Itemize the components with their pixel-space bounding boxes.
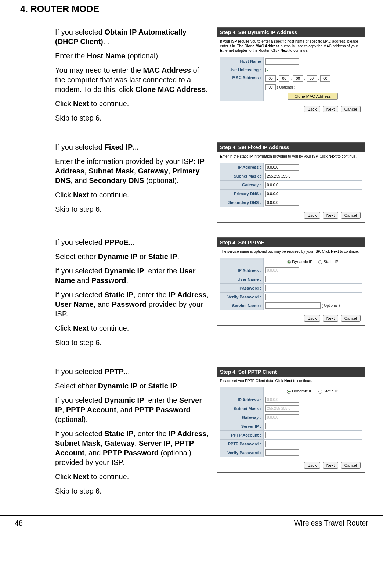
next-button[interactable]: Next <box>323 212 339 219</box>
verify-password-input[interactable] <box>265 294 299 300</box>
row-ip-label: IP Address : <box>220 395 264 404</box>
page-footer: 48 Wireless Travel Router <box>15 519 368 527</box>
t: Clone MAC Address <box>136 85 206 93</box>
mac-oct-2[interactable] <box>279 75 289 82</box>
next-button[interactable]: Next <box>323 462 339 469</box>
use-unicast-checkbox[interactable] <box>265 68 270 72</box>
dhcp-text: If you selected Obtain IP Automatically … <box>55 27 209 128</box>
pptp-account-input[interactable] <box>265 432 299 438</box>
row-pass-label: Password : <box>220 284 264 293</box>
gw-input[interactable] <box>265 414 299 420</box>
pptp-text: If you selected PPTP... Select either Dy… <box>55 367 209 501</box>
t: Click <box>55 100 73 108</box>
section-fixed-ip: If you selected Fixed IP... Enter the in… <box>55 142 368 223</box>
next-button[interactable]: Next <box>323 106 339 112</box>
cancel-button[interactable]: Cancel <box>341 106 361 112</box>
password-input[interactable] <box>265 285 299 291</box>
t: Next <box>73 100 89 108</box>
next-button[interactable]: Next <box>323 315 339 322</box>
radio-dynamic-ip[interactable]: Dynamic IP <box>287 259 312 264</box>
row-mask-label: Subnet Mask : <box>220 172 264 180</box>
svc-optional-label: ( Optional ) <box>322 304 340 308</box>
back-button[interactable]: Back <box>304 212 320 219</box>
page-heading: 4. ROUTER MODE <box>20 4 368 14</box>
mac-oct-5[interactable] <box>320 75 330 82</box>
sdns-input[interactable] <box>265 200 299 206</box>
cancel-button[interactable]: Cancel <box>341 315 361 322</box>
t: to continue. <box>89 100 129 108</box>
t: Enter the <box>55 52 87 60</box>
dhcp-panel-title: Step 4. Set Dynamic IP Address <box>217 28 365 37</box>
mask-input[interactable] <box>265 173 299 179</box>
mac-optional-label: ( Optional ) <box>277 85 295 89</box>
dhcp-panel: Step 4. Set Dynamic IP Address If your I… <box>217 27 365 116</box>
pptp-panel-title: Step 4. Set PPTP Client <box>217 367 365 377</box>
t: Skip to step 6. <box>55 113 209 123</box>
fixed-panel-instr: Enter in the static IP information provi… <box>217 152 365 161</box>
pptp-panel: Step 4. Set PPTP Client Please set you P… <box>217 367 365 473</box>
pppoe-panel: Step 4. Set PPPoE The service name is op… <box>217 237 365 326</box>
row-user-label: User Name : <box>220 275 264 284</box>
pppoe-text: If you selected PPPoE... Select either D… <box>55 237 209 352</box>
row-gw-label: Gateway : <box>220 180 264 189</box>
mac-oct-4[interactable] <box>307 75 317 82</box>
clone-mac-button[interactable]: Clone MAC Address <box>288 93 338 100</box>
t: Host Name <box>87 52 125 60</box>
t: (optional). <box>125 52 160 60</box>
row-ip-label: IP Address : <box>220 163 264 172</box>
row-vpass-label: Verify Password : <box>220 448 264 457</box>
cancel-button[interactable]: Cancel <box>341 462 361 469</box>
host-name-input[interactable] <box>265 58 299 65</box>
t: Enter the information provided by your I… <box>55 157 198 165</box>
mac-oct-6[interactable] <box>265 84 276 90</box>
mac-oct-3[interactable] <box>293 75 303 82</box>
t: If you selected <box>55 28 105 36</box>
pppoe-panel-title: Step 4. Set PPPoE <box>217 238 365 247</box>
server-ip-input[interactable] <box>265 423 299 429</box>
t: ... <box>133 143 139 151</box>
page-number: 48 <box>15 519 23 527</box>
service-name-input[interactable] <box>265 302 321 309</box>
ip-input[interactable] <box>265 267 299 273</box>
cancel-button[interactable]: Cancel <box>341 212 361 219</box>
t: You may need to enter the <box>55 66 143 74</box>
pptp-password-input[interactable] <box>265 441 299 447</box>
row-pass-label: PPTP Password : <box>220 440 264 448</box>
row-vpass-label: Verify Password : <box>220 293 264 301</box>
username-input[interactable] <box>265 276 299 282</box>
radio-dynamic-ip[interactable]: Dynamic IP <box>287 389 312 393</box>
verify-password-input[interactable] <box>265 449 299 456</box>
mac-oct-1[interactable] <box>265 75 276 82</box>
footer-rule <box>0 515 383 516</box>
fixed-panel: Step 4. Set Fixed IP Address Enter in th… <box>217 142 365 223</box>
row-host-name-label: Host Name <box>220 57 264 66</box>
pppoe-panel-instr: The service name is optional but may be … <box>217 247 365 257</box>
t: ... <box>103 37 109 46</box>
row-mask-label: Subnet Mask : <box>220 404 264 413</box>
back-button[interactable]: Back <box>304 106 320 112</box>
pdns-input[interactable] <box>265 191 299 197</box>
section-dhcp: If you selected Obtain IP Automatically … <box>55 27 368 128</box>
gw-input[interactable] <box>265 182 299 188</box>
fixed-text: If you selected Fixed IP... Enter the in… <box>55 142 209 223</box>
t: Fixed IP <box>105 143 133 151</box>
dhcp-panel-instr: If your ISP require you to enter a speci… <box>217 37 365 55</box>
section-pptp: If you selected PPTP... Select either Dy… <box>55 367 368 501</box>
row-ip-label: IP Address : <box>220 266 264 275</box>
row-sip-label: Server IP : <box>220 422 264 431</box>
mask-input[interactable] <box>265 405 299 412</box>
t: If you selected <box>55 143 105 151</box>
row-unicast-label: Use Unicasting : <box>220 66 264 74</box>
radio-static-ip[interactable]: Static IP <box>318 389 339 393</box>
radio-static-ip[interactable]: Static IP <box>318 259 339 264</box>
footer-product: Wireless Travel Router <box>294 519 368 527</box>
ip-input[interactable] <box>265 164 299 171</box>
row-pdns-label: Primary DNS : <box>220 189 264 198</box>
section-pppoe: If you selected PPPoE... Select either D… <box>55 237 368 352</box>
row-svc-label: Service Name : <box>220 301 264 310</box>
fixed-panel-title: Step 4. Set Fixed IP Address <box>217 143 365 152</box>
row-sdns-label: Secondary DNS : <box>220 198 264 207</box>
back-button[interactable]: Back <box>304 462 320 469</box>
back-button[interactable]: Back <box>304 315 320 322</box>
ip-input[interactable] <box>265 397 299 403</box>
